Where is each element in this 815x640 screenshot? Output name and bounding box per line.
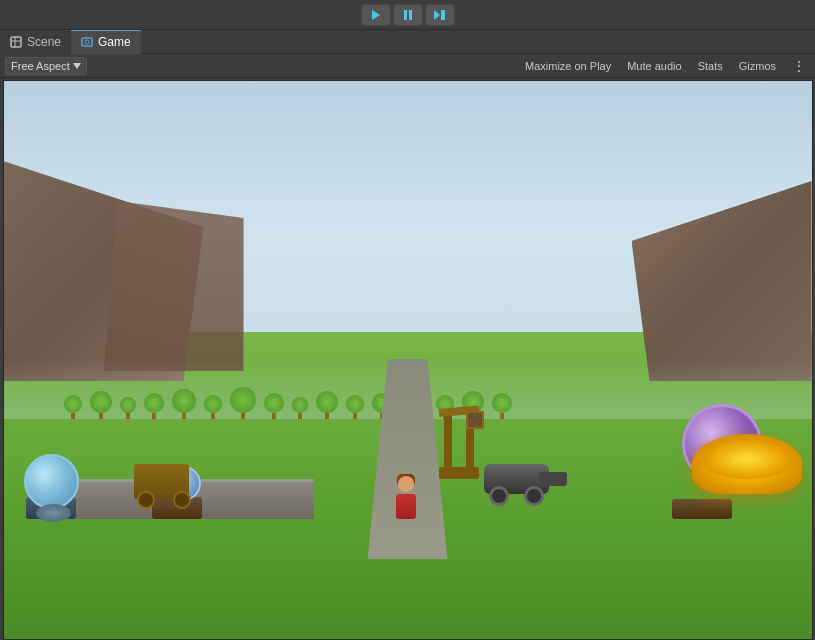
distant-tree [230,387,256,419]
machine-wheel-left [137,491,155,509]
distant-tree [204,395,222,419]
tab-scene-label: Scene [27,35,61,49]
play-button[interactable] [361,4,391,26]
options-left: Free Aspect [5,57,517,75]
menu-dots[interactable]: ⋮ [789,58,810,74]
scene-icon [10,36,22,48]
distant-tree [316,391,338,419]
options-right: Maximize on Play Mute audio Stats Gizmos… [522,58,810,74]
svg-rect-1 [404,10,407,20]
gizmos-button[interactable]: Gizmos [736,59,779,73]
game-viewport [3,80,813,640]
tab-game[interactable]: Game [71,30,141,54]
svg-marker-0 [372,10,380,20]
pause-button[interactable] [393,4,423,26]
tab-scene[interactable]: Scene [0,30,71,54]
top-toolbar [0,0,815,30]
playback-controls [361,4,455,26]
stats-button[interactable]: Stats [695,59,726,73]
distant-tree [264,393,284,419]
step-button[interactable] [425,4,455,26]
svg-rect-2 [409,10,412,20]
character [394,474,419,519]
cliff-center-left [104,201,244,371]
chevron-down-icon [73,63,81,69]
aspect-label: Free Aspect [11,60,70,72]
aspect-dropdown[interactable]: Free Aspect [5,57,87,75]
cannon [484,464,549,494]
mute-audio-button[interactable]: Mute audio [624,59,684,73]
svg-marker-10 [73,63,81,69]
distant-tree [492,393,512,419]
svg-point-9 [85,40,89,44]
svg-rect-4 [441,10,445,20]
char-body [396,494,416,519]
maximize-on-play-button[interactable]: Maximize on Play [522,59,614,73]
distant-tree [144,393,164,419]
distant-tree [172,389,196,419]
distant-tree [292,397,308,419]
options-row: Free Aspect Maximize on Play Mute audio … [0,54,815,78]
distant-tree [120,397,136,419]
distant-tree [346,395,364,419]
gold-pile [692,434,802,494]
trebuchet [434,409,484,479]
orb-right-pedestal [672,499,732,519]
tab-row: Scene Game [0,30,815,54]
svg-marker-3 [434,10,440,20]
char-head [398,476,414,492]
orb-left [24,454,79,509]
game-icon [81,36,93,48]
distant-tree [64,395,82,419]
machine-wheel-right [173,491,191,509]
svg-rect-5 [11,37,21,47]
tab-game-label: Game [98,35,131,49]
machine-left [134,459,194,509]
distant-tree [90,391,112,419]
svg-rect-8 [82,38,92,46]
